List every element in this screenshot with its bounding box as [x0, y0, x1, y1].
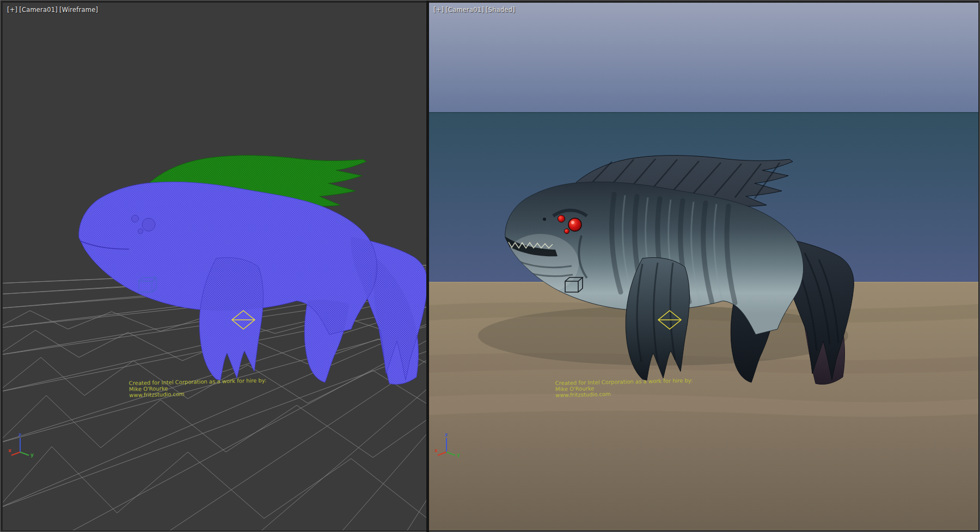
credit-line-3: www.fritzstudio.com: [129, 391, 185, 398]
x-axis-label: x: [434, 448, 438, 453]
viewport-menu-general[interactable]: [+]: [433, 6, 444, 14]
shaded-scene: Created for Intel Corporation as a work …: [429, 3, 978, 530]
wireframe-scene: Created for Intel Corporation as a work …: [3, 3, 426, 530]
viewport-menu-general[interactable]: [+]: [7, 6, 17, 14]
viewport-label-shaded: [+] [Camera01] [Shaded]: [433, 6, 515, 14]
credit-line-1: Created for Intel Corporation as a work …: [129, 378, 267, 386]
fish-model-wireframe[interactable]: [79, 156, 426, 385]
y-axis-line: [446, 452, 455, 455]
viewport-menu-shading[interactable]: [Shaded]: [486, 6, 515, 14]
viewport-wireframe[interactable]: Created for Intel Corporation as a work …: [3, 3, 426, 530]
x-axis-line: [438, 452, 446, 455]
credit-line-3: www.fritzstudio.com: [555, 391, 611, 398]
y-axis-label: y: [30, 452, 34, 457]
z-axis-label: z: [445, 432, 448, 437]
eye-large: [568, 218, 581, 231]
sky: [429, 3, 978, 113]
y-axis-line: [20, 452, 29, 455]
viewport-menu-shading[interactable]: [Wireframe]: [59, 6, 98, 14]
eye-highlight: [571, 221, 574, 224]
eye-tiny: [138, 229, 143, 234]
world-axis-tripod: z x y: [8, 431, 35, 459]
viewport-shaded[interactable]: Created for Intel Corporation as a work …: [429, 3, 978, 530]
credit-text: Created for Intel Corporation as a work …: [129, 378, 267, 398]
nostril: [543, 218, 546, 221]
eye-large: [142, 218, 155, 231]
eye-small: [558, 215, 565, 222]
eye-tiny: [565, 229, 569, 234]
x-axis-line: [11, 452, 20, 455]
x-axis-label: x: [8, 448, 11, 453]
max-viewport-area: Created for Intel Corporation as a work …: [0, 0, 980, 532]
viewport-label-wireframe: [+] [Camera01] [Wireframe]: [7, 6, 98, 14]
eye-small: [132, 215, 139, 222]
world-axis-tripod: z x y: [434, 431, 462, 459]
viewport-menu-pov[interactable]: [Camera01]: [445, 6, 484, 14]
y-axis-label: y: [457, 452, 460, 457]
viewport-menu-pov[interactable]: [Camera01]: [19, 6, 58, 14]
z-axis-label: z: [19, 432, 21, 437]
